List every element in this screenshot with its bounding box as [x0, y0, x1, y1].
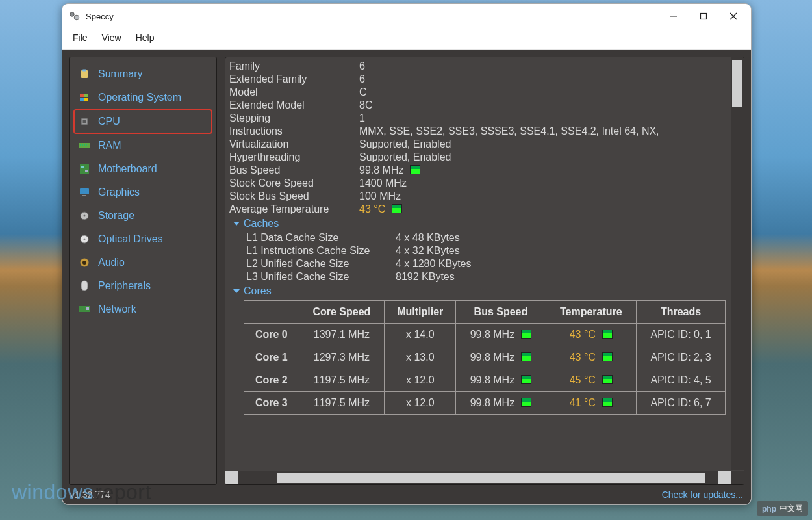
sidebar-item-storage[interactable]: Storage — [70, 204, 216, 228]
sidebar-item-summary[interactable]: Summary — [70, 62, 216, 86]
cell-speed: 1197.5 MHz — [299, 392, 385, 415]
svg-rect-4 — [81, 70, 88, 78]
cell-temp: 41 °C — [546, 392, 637, 415]
prop-row: Extended Model8C — [229, 99, 726, 112]
cache-value: 4 x 1280 KBytes — [396, 257, 472, 270]
svg-rect-5 — [82, 70, 86, 72]
sidebar-item-label: Summary — [98, 68, 142, 80]
sidebar-item-peripherals[interactable]: Peripherals — [70, 274, 216, 298]
titlebar[interactable]: Speccy — [62, 4, 751, 29]
table-row: Core 3 1197.5 MHz x 12.0 99.8 MHz 41 °C … — [244, 392, 726, 415]
cell-bus-text: 99.8 MHz — [470, 352, 514, 363]
cell-bus: 99.8 MHz — [456, 392, 546, 415]
sidebar-item-label: Motherboard — [98, 163, 157, 175]
vertical-scrollbar[interactable] — [731, 57, 744, 470]
activity-chip-icon — [602, 330, 613, 339]
svg-point-25 — [84, 239, 86, 240]
sidebar-item-audio[interactable]: Audio — [70, 251, 216, 274]
col-threads: Threads — [637, 301, 726, 324]
menu-file[interactable]: File — [70, 31, 90, 44]
cell-bus-text: 99.8 MHz — [470, 329, 514, 340]
cache-row: L1 Instructions Cache Size4 x 32 KBytes — [246, 244, 726, 257]
cache-value: 4 x 48 KBytes — [396, 231, 460, 244]
activity-chip-icon — [521, 330, 531, 339]
cell-name: Core 2 — [244, 369, 299, 392]
php-label: 中文网 — [780, 503, 803, 514]
sidebar-item-motherboard[interactable]: Motherboard — [70, 157, 216, 181]
disc-icon — [79, 233, 90, 245]
version-label: v1.32.774 — [70, 489, 110, 500]
prop-key: Average Temperature — [229, 203, 359, 216]
app-window: Speccy File View Help Summary — [62, 3, 752, 505]
horizontal-scrollbar[interactable] — [225, 471, 731, 484]
prop-row: Average Temperature43 °C — [229, 203, 726, 216]
svg-rect-30 — [86, 307, 89, 310]
svg-rect-18 — [81, 166, 84, 168]
section-cores[interactable]: Cores — [233, 285, 726, 298]
windows-flag-icon — [79, 92, 90, 103]
prop-value: 43 °C — [359, 203, 726, 216]
activity-chip-icon — [392, 204, 402, 213]
cache-key: L3 Unified Cache Size — [246, 270, 396, 283]
cell-name: Core 1 — [244, 346, 299, 369]
scroll-corner — [731, 471, 744, 484]
prop-key: Model — [229, 86, 359, 99]
cache-value: 4 x 32 KBytes — [396, 244, 460, 257]
scroll-right-button[interactable] — [718, 471, 731, 484]
sidebar: Summary Operating System CPU RAM — [69, 57, 217, 485]
speccy-icon — [69, 10, 81, 22]
sidebar-item-ram[interactable]: RAM — [70, 134, 216, 157]
sidebar-item-label: Optical Drives — [98, 233, 163, 245]
svg-rect-3 — [701, 14, 707, 20]
prop-row: Family6 — [229, 60, 726, 73]
scroll-thumb[interactable] — [277, 473, 705, 483]
menu-view[interactable]: View — [99, 31, 124, 44]
svg-rect-6 — [80, 94, 84, 97]
prop-value: 1400 MHz — [359, 177, 726, 190]
prop-key: Stepping — [229, 112, 359, 125]
menu-help[interactable]: Help — [133, 31, 157, 44]
svg-rect-19 — [85, 170, 88, 172]
prop-key: Extended Model — [229, 99, 359, 112]
check-updates-link[interactable]: Check for updates... — [662, 489, 743, 500]
svg-rect-28 — [81, 281, 88, 291]
prop-row: HyperthreadingSupported, Enabled — [229, 151, 726, 164]
cell-temp-text: 43 °C — [570, 329, 596, 340]
sidebar-item-label: Peripherals — [98, 280, 151, 292]
prop-row: Stock Core Speed1400 MHz — [229, 177, 726, 190]
sidebar-item-os[interactable]: Operating System — [70, 86, 216, 109]
cell-threads: APIC ID: 0, 1 — [637, 324, 726, 346]
activity-chip-icon — [602, 352, 613, 361]
svg-rect-20 — [80, 188, 89, 194]
section-caches[interactable]: Caches — [233, 217, 726, 230]
prop-value: Supported, Enabled — [359, 151, 726, 164]
cell-mult: x 12.0 — [385, 369, 456, 392]
maximize-button[interactable] — [689, 6, 718, 27]
prop-value: 99.8 MHz — [359, 164, 726, 177]
cell-bus: 99.8 MHz — [456, 324, 546, 346]
window-title: Speccy — [86, 12, 659, 21]
main-panel: Family6 Extended Family6 ModelC Extended… — [225, 57, 744, 485]
table-row: Core 1 1297.3 MHz x 13.0 99.8 MHz 43 °C … — [244, 346, 726, 369]
sidebar-item-label: Network — [98, 304, 136, 315]
prop-key: Virtualization — [229, 138, 359, 151]
scroll-left-button[interactable] — [225, 471, 238, 484]
sidebar-item-optical[interactable]: Optical Drives — [70, 228, 216, 251]
sidebar-item-cpu[interactable]: CPU — [73, 109, 212, 134]
svg-rect-15 — [84, 144, 85, 146]
scroll-thumb[interactable] — [732, 60, 742, 107]
cell-threads: APIC ID: 6, 7 — [637, 392, 726, 415]
sidebar-item-network[interactable]: Network — [70, 298, 216, 321]
prop-key: Instructions — [229, 125, 359, 138]
statusbar: v1.32.774 Check for updates... — [62, 485, 751, 504]
col-name — [244, 301, 299, 324]
content-scroll: Family6 Extended Family6 ModelC Extended… — [225, 57, 730, 470]
cache-row: L1 Data Cache Size4 x 48 KBytes — [246, 231, 726, 244]
cache-row: L3 Unified Cache Size8192 KBytes — [246, 270, 726, 283]
sidebar-item-graphics[interactable]: Graphics — [70, 181, 216, 204]
prop-value: 1 — [359, 112, 726, 125]
minimize-button[interactable] — [659, 6, 689, 27]
prop-value: 100 MHz — [359, 190, 726, 203]
svg-point-1 — [74, 15, 79, 20]
close-button[interactable] — [718, 6, 748, 27]
